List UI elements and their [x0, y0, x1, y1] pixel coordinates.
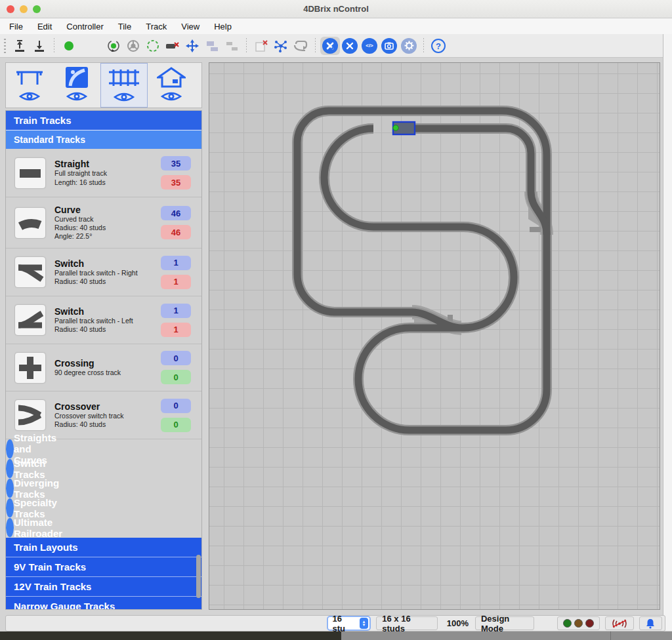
- item-title: Crossover: [54, 401, 161, 412]
- palette-item-curve[interactable]: Curve Curved track Radius: 40 studs Angl…: [6, 197, 201, 249]
- switch-left-thumbnail: [15, 305, 45, 335]
- rotate-button[interactable]: [104, 37, 123, 55]
- palette-item-switch-right[interactable]: Switch Parallel track switch - Right Rad…: [6, 249, 201, 296]
- settings-button[interactable]: [399, 37, 419, 55]
- clear-page-button[interactable]: [251, 37, 271, 55]
- tools-icon: [342, 38, 358, 54]
- track-layout: [209, 63, 661, 610]
- align-tracks-button[interactable]: [222, 37, 242, 55]
- category-12v-train-tracks[interactable]: 12V Train Tracks: [6, 577, 201, 597]
- menu-tile[interactable]: Tile: [118, 22, 131, 31]
- export-icon: [32, 39, 47, 53]
- camera-button[interactable]: [379, 37, 399, 55]
- monorail-tools-icon: [322, 38, 338, 54]
- monorail-icon: [64, 66, 90, 89]
- straight-thumbnail: [15, 158, 45, 188]
- toolbar-drag-handle[interactable]: [4, 39, 6, 53]
- remove-train-button[interactable]: [163, 37, 182, 55]
- tile-size-value: 16 stu: [333, 614, 356, 633]
- menu-view[interactable]: View: [181, 22, 200, 31]
- layout-canvas[interactable]: [209, 62, 660, 610]
- import-icon: [12, 39, 27, 53]
- align-tiles-button[interactable]: [202, 37, 222, 55]
- category-ultimate-railroader[interactable]: Ultimate Railroader: [6, 518, 14, 538]
- move-icon: [185, 39, 200, 53]
- palette-scrollbar[interactable]: [196, 555, 201, 598]
- signal-status[interactable]: [605, 616, 634, 630]
- visibility-eye-icon[interactable]: [66, 90, 88, 103]
- record-button[interactable]: [59, 37, 79, 55]
- category-narrow-gauge-tracks[interactable]: Narrow Gauge Tracks: [6, 597, 201, 610]
- count-badge-available: 1: [161, 256, 191, 270]
- menu-help[interactable]: Help: [214, 22, 232, 31]
- menu-controller[interactable]: Controller: [66, 22, 103, 31]
- category-specialty-tracks[interactable]: Specialty Tracks: [6, 498, 14, 518]
- clear-page-icon: [254, 39, 268, 53]
- dashed-circle-icon: [146, 39, 160, 53]
- item-title: Switch: [54, 306, 161, 317]
- tools-button[interactable]: [340, 37, 360, 55]
- count-badge-used: 1: [161, 275, 191, 289]
- category-train-layouts[interactable]: Train Layouts: [6, 538, 201, 557]
- monorail-tools-button[interactable]: [320, 37, 340, 55]
- stepper-arrows-icon[interactable]: ▲▼: [360, 618, 369, 629]
- code-button[interactable]: </>: [360, 37, 379, 55]
- help-button[interactable]: ?: [429, 37, 448, 55]
- window-title: 4DBrix nControl: [0, 4, 672, 14]
- category-diverging-tracks[interactable]: Diverging Tracks: [6, 479, 14, 498]
- toolbar: </> ?: [0, 34, 672, 58]
- record-icon: [62, 39, 76, 53]
- mode-indicator[interactable]: Design Mode: [475, 616, 534, 630]
- item-desc: Radius: 40 studs: [54, 325, 161, 334]
- no-signal-icon: [611, 618, 628, 629]
- item-desc: Crossover switch track: [54, 412, 161, 420]
- palette-subheader[interactable]: Standard Tracks: [6, 130, 201, 149]
- notifications[interactable]: [639, 616, 662, 630]
- palette-item-switch-left[interactable]: Switch Parallel track switch - Left Radi…: [6, 296, 201, 344]
- count-badge-available: 0: [161, 351, 191, 365]
- network-button[interactable]: [271, 37, 291, 55]
- move-button[interactable]: [182, 37, 202, 55]
- category-9v-train-tracks[interactable]: 9V Train Tracks: [6, 557, 201, 577]
- tool-track[interactable]: [100, 63, 148, 108]
- import-button[interactable]: [10, 37, 30, 55]
- switch-motor-stub[interactable]: [530, 227, 541, 232]
- rotate-icon: [106, 39, 121, 53]
- dashed-circle-button[interactable]: [143, 37, 163, 55]
- palette-header[interactable]: Train Tracks: [6, 111, 201, 130]
- item-desc: Radius: 40 studs: [54, 224, 161, 232]
- menu-file[interactable]: File: [9, 22, 23, 31]
- item-desc: Curved track: [54, 215, 161, 224]
- tool-buildings[interactable]: [148, 63, 195, 108]
- tool-supports[interactable]: [6, 63, 53, 108]
- count-badge-used: 1: [161, 323, 191, 337]
- item-desc: Full straight track: [54, 169, 161, 178]
- palette-item-crossing[interactable]: Crossing 90 degree cross track 0 0: [6, 344, 201, 391]
- menu-edit[interactable]: Edit: [37, 22, 52, 31]
- desktop-strip: [0, 631, 672, 640]
- crossover-thumbnail: [15, 400, 45, 430]
- loop-button[interactable]: [291, 37, 310, 55]
- item-title: Straight: [54, 159, 161, 169]
- switch-right-thumbnail: [15, 257, 45, 287]
- category-straights-and-curves[interactable]: Straights and Curves: [6, 439, 14, 459]
- network-icon: [274, 39, 288, 53]
- tool-monorail[interactable]: [53, 63, 100, 108]
- curve-thumbnail: [15, 208, 45, 238]
- category-switch-tracks[interactable]: Switch Tracks: [6, 459, 14, 479]
- visibility-eye-icon[interactable]: [160, 90, 182, 103]
- selected-track-piece[interactable]: [393, 122, 415, 134]
- menu-track[interactable]: Track: [146, 22, 167, 31]
- palette-item-straight[interactable]: Straight Full straight track Length: 16 …: [6, 149, 201, 197]
- visibility-eye-icon[interactable]: [18, 90, 41, 103]
- export-button[interactable]: [30, 37, 49, 55]
- svg-text:?: ?: [436, 41, 441, 51]
- tile-size-stepper[interactable]: 16 stu ▲▼: [327, 616, 371, 631]
- item-desc: Radius: 40 studs: [54, 420, 161, 429]
- count-badge-used: 0: [161, 370, 191, 384]
- house-icon: [157, 66, 186, 89]
- count-badge-used: 46: [161, 225, 191, 239]
- visibility-eye-icon[interactable]: [113, 90, 135, 104]
- status-dot-red: [585, 619, 594, 628]
- wheel-button[interactable]: [123, 37, 143, 55]
